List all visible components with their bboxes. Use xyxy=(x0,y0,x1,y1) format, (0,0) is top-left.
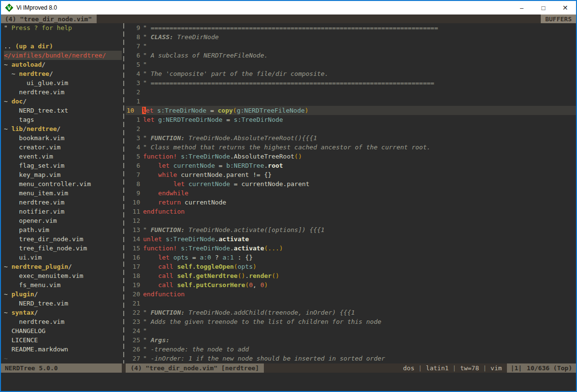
editor-line[interactable]: 9" =====================================… xyxy=(126,23,576,32)
line-text: " The 'composite' part of the file/dir c… xyxy=(143,69,329,78)
editor-line[interactable]: 2 xyxy=(126,124,576,133)
editor-line[interactable]: 1 xyxy=(126,97,576,106)
editor-line[interactable]: 5function! s:TreeDirNode.AbsoluteTreeRoo… xyxy=(126,152,576,161)
editor-line[interactable]: 22" FUNCTION: TreeDirNode.addChild(treen… xyxy=(126,308,576,317)
editor-line[interactable]: 3" FUNCTION: TreeDirNode.AbsoluteTreeRoo… xyxy=(126,133,576,143)
line-text: " FUNCTION: TreeDirNode.addChild(treenod… xyxy=(143,308,355,317)
nerdtree-line[interactable]: nerdtree.vim xyxy=(4,317,122,326)
editor-line[interactable]: 2 xyxy=(126,87,576,97)
line-number: 3 xyxy=(126,133,140,143)
editor-line[interactable]: 7 while currentNode.parent != {} xyxy=(126,170,576,179)
nerdtree-line[interactable]: key_map.vim xyxy=(4,170,122,179)
buffers-label: BUFFERS xyxy=(541,15,576,23)
nerdtree-line[interactable]: </vimfiles/bundle/nerdtree/ xyxy=(4,51,122,60)
nerdtree-line[interactable]: nerdtree.vim xyxy=(4,198,122,207)
editor-line[interactable]: 18 call self.getNerdtree().render() xyxy=(126,271,576,280)
nerdtree-line[interactable]: tree_dir_node.vim xyxy=(4,234,122,244)
nerdtree-line[interactable] xyxy=(4,32,122,42)
nerdtree-line[interactable]: NERD_tree.txt xyxy=(4,106,122,115)
nerdtree-line[interactable]: menu_controller.vim xyxy=(4,179,122,189)
nerdtree-line[interactable]: ~ nerdtree/ xyxy=(4,69,122,78)
nerdtree-line[interactable]: notifier.vim xyxy=(4,207,122,216)
editor-line[interactable]: 26" -treenode: the node to add xyxy=(126,345,576,354)
tab-current[interactable]: (4) "tree_dir_node.vim" xyxy=(1,15,97,23)
editor-line[interactable]: 8 let currentNode = currentNode.parent xyxy=(126,179,576,189)
nerdtree-line[interactable]: exec_menuitem.vim xyxy=(4,271,122,280)
window-separator[interactable] xyxy=(122,23,126,363)
line-text: call self.putCursorHere(0, 0) xyxy=(143,280,268,290)
editor-line[interactable]: 14unlet s:TreeDirNode.activate xyxy=(126,234,576,244)
nerdtree-line[interactable]: tree_file_node.vim xyxy=(4,244,122,253)
editor-line[interactable]: 10let s:TreeDirNode = copy(g:NERDTreeFil… xyxy=(126,106,576,115)
nerdtree-line[interactable]: path.vim xyxy=(4,225,122,234)
line-number: 8 xyxy=(126,179,140,189)
svg-text:V: V xyxy=(7,5,11,11)
nerdtree-line[interactable]: ~ doc/ xyxy=(4,97,122,106)
buffer-status: (4) "tree_dir_node.vim" [nerdtree] xyxy=(126,363,264,373)
nerdtree-line[interactable]: opener.vim xyxy=(4,216,122,225)
editor-line[interactable]: 16 let opts = a:0 ? a:1 : {} xyxy=(126,253,576,262)
editor-line[interactable]: 27" -inOrder: 1 if the new node should b… xyxy=(126,354,576,363)
editor-line[interactable]: 21 xyxy=(126,299,576,308)
line-text: function! s:TreeDirNode.activate(...) xyxy=(143,244,283,253)
line-number: 25 xyxy=(126,335,140,345)
editor-line[interactable]: 15function! s:TreeDirNode.activate(...) xyxy=(126,244,576,253)
editor-line[interactable]: 8" CLASS: TreeDirNode xyxy=(126,32,576,42)
nerdtree-line[interactable]: ~ xyxy=(4,354,122,363)
nerdtree-line[interactable]: creator.vim xyxy=(4,143,122,152)
nerdtree-line[interactable]: tags xyxy=(4,115,122,124)
nerdtree-line[interactable]: ~ plugin/ xyxy=(4,290,122,299)
line-number: 23 xyxy=(126,317,140,326)
editor-line[interactable]: 6 let currentNode = b:NERDTree.root xyxy=(126,161,576,170)
maximize-button[interactable]: □ xyxy=(533,1,554,15)
nerdtree-line[interactable]: LICENCE xyxy=(4,335,122,345)
nerdtree-line[interactable]: " Press ? for help xyxy=(4,23,122,32)
editor-line[interactable]: 11endfunction xyxy=(126,207,576,216)
editor-line[interactable]: 17 call self.toggleOpen(opts) xyxy=(126,262,576,271)
editor-line[interactable]: 1let g:NERDTreeDirNode = s:TreeDirNode xyxy=(126,115,576,124)
line-text: endfunction xyxy=(143,290,185,299)
editor-line[interactable]: 10 return currentNode xyxy=(126,198,576,207)
editor-line[interactable]: 3" =====================================… xyxy=(126,78,576,87)
editor-line[interactable]: 6" A subclass of NERDTreeFileNode. xyxy=(126,51,576,60)
nerdtree-line[interactable]: .. (up a dir) xyxy=(4,42,122,51)
editor-line[interactable]: 24" xyxy=(126,326,576,335)
line-number: 2 xyxy=(126,124,140,133)
editor-line[interactable]: 19 call self.putCursorHere(0, 0) xyxy=(126,280,576,290)
editor-line[interactable]: 9 endwhile xyxy=(126,189,576,198)
line-number: 10 xyxy=(126,106,139,115)
editor-line[interactable]: 7" xyxy=(126,42,576,51)
nerdtree-line[interactable]: menu_item.vim xyxy=(4,189,122,198)
nerdtree-line[interactable]: flag_set.vim xyxy=(4,161,122,170)
close-button[interactable]: ✕ xyxy=(554,1,576,15)
nerdtree-line[interactable]: CHANGELOG xyxy=(4,326,122,335)
nerdtree-line[interactable]: ~ lib/nerdtree/ xyxy=(4,124,122,133)
line-number: 5 xyxy=(126,152,140,161)
line-number: 22 xyxy=(126,308,140,317)
nerdtree-line[interactable]: event.vim xyxy=(4,152,122,161)
editor-line[interactable]: 5" xyxy=(126,60,576,69)
editor-panel: 9" =====================================… xyxy=(126,23,576,363)
nerdtree-line[interactable]: ~ nerdtree_plugin/ xyxy=(4,262,122,271)
editor-line[interactable]: 4" Class method that returns the highest… xyxy=(126,143,576,152)
editor-line[interactable]: 25" Args: xyxy=(126,335,576,345)
nerdtree-line[interactable]: README.markdown xyxy=(4,345,122,354)
nerdtree-line[interactable]: ~ autoload/ xyxy=(4,60,122,69)
nerdtree-line[interactable]: bookmark.vim xyxy=(4,133,122,143)
minimize-button[interactable]: – xyxy=(511,1,533,15)
command-line[interactable] xyxy=(1,373,576,391)
nerdtree-line[interactable]: ~ syntax/ xyxy=(4,308,122,317)
line-text: call self.getNerdtree().render() xyxy=(143,271,279,280)
editor-line[interactable]: 20endfunction xyxy=(126,290,576,299)
nerdtree-line[interactable]: NERD_tree.vim xyxy=(4,299,122,308)
nerdtree-line[interactable]: nerdtree.vim xyxy=(4,87,122,97)
editor-line[interactable]: 12 xyxy=(126,216,576,225)
editor-line[interactable]: 23" Adds the given treenode to the list … xyxy=(126,317,576,326)
line-number: 20 xyxy=(126,290,140,299)
nerdtree-line[interactable]: ui_glue.vim xyxy=(4,78,122,87)
line-number: 1 xyxy=(126,97,140,106)
editor-line[interactable]: 13" FUNCTION: TreeDirNode.activate([opti… xyxy=(126,225,576,234)
nerdtree-line[interactable]: ui.vim xyxy=(4,253,122,262)
nerdtree-line[interactable]: fs_menu.vim xyxy=(4,280,122,290)
editor-line[interactable]: 4" The 'composite' part of the file/dir … xyxy=(126,69,576,78)
